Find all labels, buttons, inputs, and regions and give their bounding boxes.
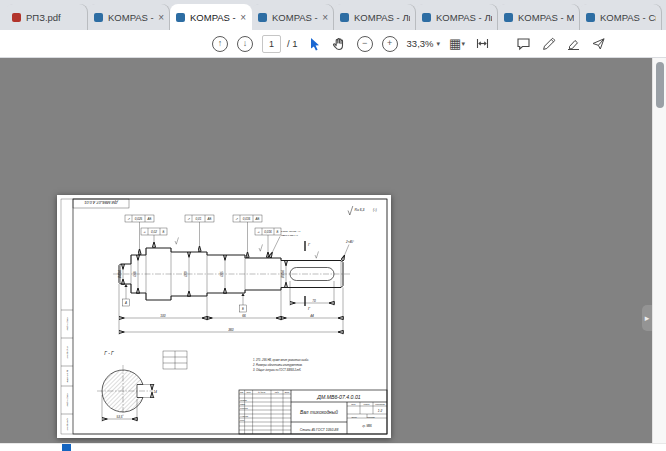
previous-page-button[interactable]: ↑ <box>212 36 228 52</box>
kompas-favicon <box>422 13 431 22</box>
tb-label: Лит. <box>350 403 356 405</box>
highlight-button[interactable] <box>565 35 581 53</box>
diameter-label: Ø45k6 <box>118 269 122 279</box>
note-line: 3. Общие допуски по ГОСТ 30893.2-mK. <box>253 368 302 372</box>
fcf-value: 0,016 <box>264 230 272 234</box>
tab-kompas-priv[interactable]: KOMPAS - Priv... × <box>88 4 170 30</box>
material-text: Сталь 45 ГОСТ 1050-88 <box>300 428 339 432</box>
tab-close-icon[interactable]: × <box>322 12 328 23</box>
part-name-text: Вал тихоходный <box>300 409 338 415</box>
page-layout-button[interactable]: ▦ ▾ <box>449 35 465 53</box>
fcf-datum: АБ <box>255 217 260 221</box>
shaft-view <box>113 237 351 300</box>
zoom-level-value: 33,3% <box>407 38 434 49</box>
chevron-down-icon: ▾ <box>461 40 465 48</box>
technical-requirements: 1. 270...295 HB, кроме мест указанных ос… <box>252 358 309 372</box>
dimension-label: 100 <box>160 314 166 318</box>
fcf-symbol: ↗ <box>127 217 130 221</box>
share-button[interactable] <box>590 35 606 53</box>
scale-value: 1:2 <box>378 409 383 413</box>
kompas-favicon <box>504 13 513 22</box>
vertical-scrollbar[interactable] <box>652 58 666 443</box>
page-count-label: / 1 <box>287 38 298 49</box>
tab-close-icon[interactable]: × <box>158 12 164 23</box>
datum-letter: Б <box>242 307 244 311</box>
chamfer-note: 2×45° <box>345 240 355 244</box>
browser-window: РПЗ.pdf KOMPAS - Priv... × KOMPAS - Вал.… <box>0 0 666 451</box>
cut-letter: Г <box>308 242 311 247</box>
diameter-label: Ø60 <box>184 271 188 278</box>
pdf-toolbar: ↑ ↓ 1 / 1 − + 33,3% ▾ ▦ ▾ <box>0 30 666 58</box>
margin-label: Подп. и дата <box>66 393 68 406</box>
tab-rpz-pdf[interactable]: РПЗ.pdf <box>6 4 88 30</box>
fit-width-icon <box>475 36 490 51</box>
tab-title: KOMPAS - Кол... <box>272 12 319 23</box>
page-number-input[interactable]: 1 <box>262 35 281 53</box>
diameter-label: Ø58 <box>133 271 137 278</box>
comment-icon <box>516 36 531 51</box>
tab-title: KOMPAS - Лис... <box>436 12 492 23</box>
hand-tool-button[interactable] <box>332 35 348 53</box>
pen-icon <box>541 36 556 51</box>
fcf-symbol: ⊥ <box>143 230 146 234</box>
zoom-in-button[interactable]: + <box>382 36 398 52</box>
tb-role: Н.контр. <box>240 415 249 417</box>
tb-header: № докум. <box>258 391 266 393</box>
dimension-label: 53,5 <box>117 415 123 419</box>
margin-label: Подп. и дата <box>66 317 68 330</box>
tb-role: Утв. <box>240 419 245 421</box>
margin-label: Инв. № дубл. <box>66 345 68 358</box>
title-block: Изм. Лист № докум. Подп. Дата Разраб. Пр… <box>239 390 387 434</box>
drawing-sheet: Подп. и дата Инв. № дубл. Взам. инв. № П… <box>57 195 391 438</box>
taskbar-app-icon[interactable] <box>62 444 71 451</box>
zoom-out-button[interactable]: − <box>357 36 373 52</box>
tab-title: KOMPAS - My... <box>518 12 574 23</box>
fcf-datum: АБ <box>207 217 212 221</box>
draw-button[interactable] <box>540 35 556 53</box>
fcf-symbol: ↗ <box>235 217 238 221</box>
tb-header: Дата <box>284 391 290 393</box>
tab-kompas-lis-1[interactable]: KOMPAS - Лис... <box>334 4 416 30</box>
fcf-value: 0,025 <box>135 217 143 221</box>
next-page-button[interactable]: ↓ <box>237 36 253 52</box>
tab-kompas-val-active[interactable]: KOMPAS - Вал... × <box>170 4 252 30</box>
fcf-value: 0,016 <box>243 217 251 221</box>
note-line: 2. Размеры обеспечить инструментом. <box>252 363 303 367</box>
fcf-symbol: ↗ <box>187 217 190 221</box>
kompas-favicon <box>176 13 185 22</box>
taskbar-strip <box>0 443 666 451</box>
rotated-designation-text: ДМ.МВ6-07.4.0.01 <box>84 200 119 205</box>
tb-label: Лист <box>350 416 356 418</box>
fcf-datum: Б <box>277 230 279 234</box>
comment-button[interactable] <box>515 35 531 53</box>
tab-kompas-mu[interactable]: KOMPAS - My... <box>498 4 580 30</box>
tab-title: KOMPAS - Вал... <box>190 12 237 23</box>
chevron-down-icon: ▾ <box>437 40 441 48</box>
kompas-favicon <box>586 13 595 22</box>
fit-width-button[interactable] <box>474 35 490 53</box>
tab-kompas-kol[interactable]: KOMPAS - Кол... × <box>252 4 334 30</box>
corner-roughness: Ra 6,3 (√) <box>348 206 377 215</box>
tb-role: Разраб. <box>240 399 248 401</box>
tb-header: Изм. <box>240 391 244 393</box>
organization-text: гр. МВ6 <box>362 424 372 428</box>
tab-close-icon[interactable]: × <box>240 12 246 23</box>
tab-title: KOMPAS - Спе... <box>600 12 656 23</box>
tab-kompas-spe[interactable]: KOMPAS - Спе... <box>580 4 662 30</box>
tb-label: Масса <box>364 403 371 405</box>
roughness-mark <box>315 251 319 258</box>
pdf-viewport[interactable]: Подп. и дата Инв. № дубл. Взам. инв. № П… <box>0 58 666 443</box>
tb-role: Т.контр. <box>240 407 249 409</box>
tb-header: Лист <box>245 391 251 393</box>
fcf-symbol: ⊥ <box>257 230 260 234</box>
side-panel-toggle[interactable]: ▸ <box>642 305 652 331</box>
tab-title: KOMPAS - Лис... <box>354 12 410 23</box>
scrollbar-thumb[interactable] <box>656 62 664 108</box>
roughness-others: (√) <box>373 208 377 212</box>
select-tool-button[interactable] <box>307 35 323 53</box>
cut-letter: Г <box>308 306 311 311</box>
fcf-datum: Б <box>163 230 165 234</box>
roughness-mark <box>175 237 179 244</box>
zoom-level-select[interactable]: 33,3% ▾ <box>407 38 440 49</box>
tab-kompas-lis-2[interactable]: KOMPAS - Лис... <box>416 4 498 30</box>
